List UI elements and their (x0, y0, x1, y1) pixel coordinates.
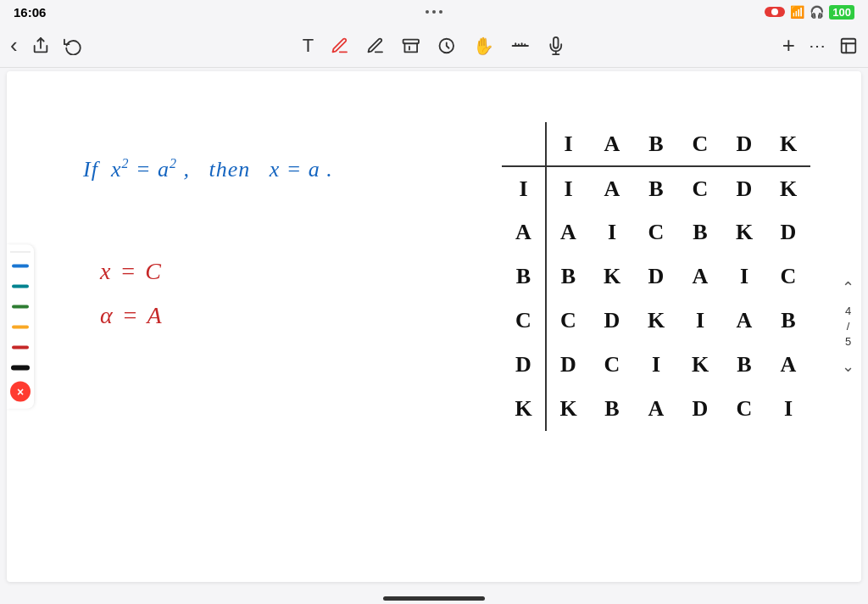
toolbar-right: + ⋯ (782, 32, 858, 59)
table-row: D D C I K B A (502, 343, 810, 387)
cell-A-B: C (634, 210, 678, 254)
assignment-line1: x = C (100, 258, 164, 285)
cell-D-B: I (634, 343, 678, 387)
close-palette-button[interactable]: × (10, 382, 31, 402)
status-right: 📶 🎧 100 (765, 5, 854, 20)
cell-K-B: A (634, 387, 678, 431)
color-green[interactable] (10, 299, 31, 316)
pages-button[interactable] (839, 36, 858, 55)
table-row: C C D K I A B (502, 299, 810, 343)
cell-I-D: D (722, 166, 766, 210)
cell-K-I: K (546, 387, 590, 431)
toolbar-center: T (303, 35, 565, 57)
cell-A-K: D (766, 210, 810, 254)
wifi-icon: 📶 (790, 5, 804, 19)
undo-button[interactable] (64, 36, 82, 55)
cell-A-D: K (722, 210, 766, 254)
page-down-button[interactable]: ⌄ (842, 356, 854, 375)
color-teal[interactable] (10, 278, 31, 295)
toolbar-left: ‹ (10, 32, 82, 59)
highlighter-tool-button[interactable] (366, 36, 385, 55)
cell-B-C: A (678, 254, 722, 299)
cell-C-C: I (678, 299, 722, 343)
dot1 (426, 10, 429, 14)
multiplication-table: I A B C D K I I A B C D (502, 122, 810, 431)
cell-I-K: K (766, 166, 810, 210)
cell-B-I: B (546, 254, 590, 299)
record-indicator (765, 7, 785, 17)
table-row: K K B A D C I (502, 387, 810, 431)
cell-K-K: I (766, 387, 810, 431)
multiplication-table-container: I A B C D K I I A B C D (502, 122, 810, 431)
row-header-C: C (502, 299, 546, 343)
color-red[interactable] (10, 339, 31, 356)
hand-tool-button[interactable]: ✋ (473, 36, 494, 56)
cell-I-A: A (590, 166, 634, 210)
header-C: C (678, 122, 722, 166)
cell-D-K: A (766, 343, 810, 387)
page-up-button[interactable]: ⌃ (842, 278, 854, 297)
toolbar: ‹ T (0, 24, 868, 68)
table-row: A A I C B K D (502, 210, 810, 254)
dot2 (432, 10, 436, 14)
cell-D-D: B (722, 343, 766, 387)
table-header-row: I A B C D K (502, 122, 810, 166)
cell-C-I: C (546, 299, 590, 343)
headphones-icon: 🎧 (810, 5, 824, 19)
row-header-I: I (502, 166, 546, 210)
pencil-tool-button[interactable] (331, 36, 349, 55)
corner-cell (502, 122, 546, 166)
cell-C-B: K (634, 299, 678, 343)
status-dots (426, 10, 442, 14)
header-K: K (766, 122, 810, 166)
mic-button[interactable] (547, 36, 565, 55)
cell-K-D: C (722, 387, 766, 431)
record-dot (771, 8, 778, 15)
battery-icon: 100 (829, 5, 854, 20)
cell-A-I: A (546, 210, 590, 254)
cell-D-A: C (590, 343, 634, 387)
math-statement-text: If x2 = a2 , then x = a . (83, 157, 333, 182)
header-I: I (546, 122, 590, 166)
color-palette: × (7, 245, 34, 409)
canvas-area[interactable]: × If x2 = a2 , then x = a . x = C α = A … (7, 71, 861, 582)
add-button[interactable]: + (782, 32, 795, 59)
cell-C-A: D (590, 299, 634, 343)
dot3 (439, 10, 442, 14)
row-header-B: B (502, 254, 546, 299)
home-indicator (383, 596, 485, 601)
share-button[interactable] (31, 36, 50, 55)
back-button[interactable]: ‹ (10, 32, 18, 59)
eraser-tool-button[interactable] (402, 36, 420, 55)
cell-I-C: C (678, 166, 722, 210)
cell-D-C: K (678, 343, 722, 387)
cell-A-A: I (590, 210, 634, 254)
cell-C-D: A (722, 299, 766, 343)
svg-rect-1 (403, 39, 419, 43)
status-bar: 16:06 📶 🎧 100 (0, 0, 868, 24)
math-statement: If x2 = a2 , then x = a . (83, 156, 333, 182)
page-separator: / (847, 320, 850, 333)
cell-B-D: I (722, 254, 766, 299)
ruler-tool-button[interactable] (511, 36, 530, 55)
row-header-A: A (502, 210, 546, 254)
cell-A-C: B (678, 210, 722, 254)
palette-divider-top (10, 252, 31, 253)
cell-B-A: K (590, 254, 634, 299)
color-yellow[interactable] (10, 319, 31, 336)
cell-B-B: D (634, 254, 678, 299)
right-sidebar: ⌃ 4 / 5 ⌄ (842, 278, 854, 376)
cell-I-I: I (546, 166, 590, 210)
cell-D-I: D (546, 343, 590, 387)
row-header-K: K (502, 387, 546, 431)
status-time: 16:06 (14, 5, 46, 20)
header-A: A (590, 122, 634, 166)
cell-C-K: B (766, 299, 810, 343)
text-tool-button[interactable]: T (303, 35, 314, 57)
color-black[interactable] (10, 360, 31, 377)
lasso-tool-button[interactable] (437, 36, 456, 55)
color-blue[interactable] (10, 258, 31, 275)
svg-rect-9 (842, 38, 856, 53)
more-button[interactable]: ⋯ (809, 36, 826, 56)
math-assignment: x = C α = A (100, 258, 164, 329)
